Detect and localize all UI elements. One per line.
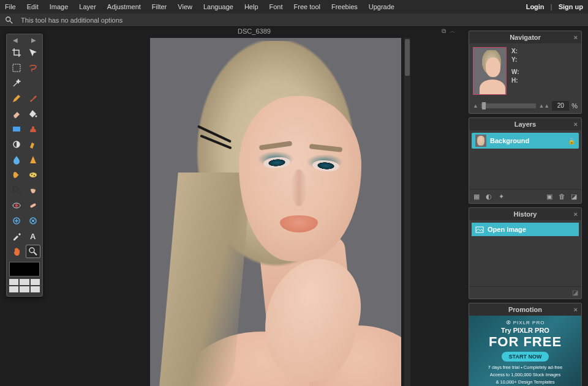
tool-smudge[interactable] [9, 168, 24, 182]
menu-image[interactable]: Image [50, 3, 69, 10]
promotion-body[interactable]: ⦿ PIXLR PRO Try PIXLR PRO FOR FREE START… [469, 316, 581, 386]
layer-opacity-icon[interactable]: ▦ [472, 192, 481, 201]
tool-eraser[interactable] [9, 107, 24, 121]
svg-point-7 [31, 174, 32, 175]
menu-adjustment[interactable]: Adjustment [107, 3, 141, 10]
tool-drawing[interactable] [26, 138, 40, 151]
workspace-switcher[interactable] [9, 279, 40, 292]
zoom-icon [5, 16, 13, 24]
divider: | [551, 3, 552, 10]
tool-empty1 [26, 76, 40, 90]
svg-point-3 [36, 116, 37, 117]
tool-dodge[interactable] [9, 184, 24, 197]
menu-freebies[interactable]: Freebies [331, 3, 358, 10]
layer-thumbnail [475, 135, 486, 147]
svg-line-10 [17, 191, 20, 194]
layer-mask-icon[interactable]: ◐ [484, 192, 494, 201]
tool-sponge[interactable] [26, 168, 40, 182]
menu-file[interactable]: File [5, 3, 16, 10]
promotion-title: Promotion [508, 306, 542, 313]
history-more-icon[interactable]: ◪ [572, 289, 578, 297]
tool-brush[interactable] [26, 92, 40, 105]
layer-more-icon[interactable]: ◪ [569, 192, 579, 201]
promotion-close-icon[interactable]: × [574, 306, 578, 313]
tool-color-replace[interactable] [9, 138, 24, 151]
tool-move[interactable] [26, 46, 40, 59]
history-close-icon[interactable]: × [574, 210, 578, 218]
window-restore-icon[interactable]: ⧉ [442, 27, 446, 35]
layers-title: Layers [514, 121, 536, 128]
layers-panel: Layers × Background 🔒 ▦ ◐ ✦ ▣ 🗑 ◪ [469, 117, 582, 204]
navigator-title: Navigator [510, 34, 541, 41]
svg-point-18 [29, 248, 34, 253]
menu-language[interactable]: Language [203, 3, 233, 10]
tool-lasso[interactable] [26, 61, 40, 75]
menu-free-tool[interactable]: Free tool [294, 3, 320, 10]
svg-rect-13 [30, 203, 37, 208]
promo-brand: ⦿ PIXLR PRO [506, 320, 545, 325]
menu-font[interactable]: Font [270, 3, 283, 10]
zoom-value[interactable]: 20 [552, 101, 569, 111]
promo-start-button[interactable]: START NOW [502, 352, 549, 362]
menu-view[interactable]: View [178, 3, 192, 10]
svg-rect-2 [13, 64, 20, 72]
svg-point-12 [15, 204, 18, 207]
options-text: This tool has no additional options [21, 17, 123, 24]
tool-hand[interactable] [9, 245, 24, 258]
layer-row[interactable]: Background 🔒 [472, 133, 579, 149]
canvas[interactable] [150, 38, 401, 386]
tool-colorpicker[interactable] [9, 229, 24, 243]
navigator-thumbnail[interactable] [473, 47, 507, 95]
menu-layer[interactable]: Layer [79, 3, 96, 10]
layer-style-icon[interactable]: ✦ [496, 192, 506, 201]
foreground-color-swatch[interactable] [9, 262, 40, 277]
tool-pinch[interactable] [26, 214, 40, 228]
lock-icon[interactable]: 🔒 [568, 138, 575, 144]
tool-wand[interactable] [9, 76, 24, 90]
promo-try: Try PIXLR PRO [501, 327, 549, 334]
tool-zoom[interactable] [26, 245, 40, 258]
vertical-scrollbar[interactable] [404, 38, 410, 386]
svg-point-8 [34, 175, 35, 176]
navigator-close-icon[interactable]: × [574, 34, 578, 41]
tool-gradient[interactable] [9, 122, 24, 136]
menu-filter[interactable]: Filter [152, 3, 167, 10]
window-collapse-icon[interactable]: ︿ [450, 27, 456, 35]
menu-help[interactable]: Help [244, 3, 258, 10]
menu-edit[interactable]: Edit [27, 3, 39, 10]
tool-blur[interactable] [9, 153, 24, 166]
tool-marquee[interactable] [9, 61, 24, 75]
tool-burn[interactable] [26, 184, 40, 197]
layers-close-icon[interactable]: × [574, 121, 578, 128]
svg-point-6 [29, 173, 37, 177]
promo-line3: & 10,000+ Design Templates [496, 379, 555, 385]
scrollbar-thumb[interactable] [405, 39, 410, 76]
tool-type[interactable]: A [26, 229, 40, 243]
history-panel: History × Open image ◪ [469, 207, 582, 299]
image-content [150, 38, 401, 386]
promo-line1: 7 days free trial • Completely ad-free [488, 365, 562, 371]
toolbox-next-icon[interactable]: ▶ [31, 37, 36, 43]
tool-sharpen[interactable] [26, 153, 40, 166]
zoom-out-icon[interactable]: ▲ [473, 103, 478, 109]
tool-spot-heal[interactable] [26, 199, 40, 212]
tool-bloat[interactable] [9, 214, 24, 228]
history-row[interactable]: Open image [472, 223, 579, 236]
tool-crop[interactable] [9, 46, 24, 59]
signup-link[interactable]: Sign up [559, 3, 583, 10]
svg-text:A: A [30, 232, 36, 241]
layer-new-icon[interactable]: ▣ [545, 192, 554, 201]
login-link[interactable]: Login [526, 3, 545, 10]
tool-paint-bucket[interactable] [26, 107, 40, 121]
layer-delete-icon[interactable]: 🗑 [557, 192, 567, 201]
tool-clone-stamp[interactable] [26, 122, 40, 136]
tool-pencil[interactable] [9, 92, 24, 105]
menu-left: File Edit Image Layer Adjustment Filter … [5, 3, 394, 10]
zoom-in-icon[interactable]: ▲▲ [538, 103, 549, 109]
toolbox-prev-icon[interactable]: ◀ [13, 37, 18, 43]
zoom-slider[interactable] [481, 103, 536, 108]
tool-red-eye[interactable] [9, 199, 24, 212]
menu-upgrade[interactable]: Upgrade [369, 3, 394, 10]
open-image-icon [475, 225, 484, 234]
svg-point-0 [6, 17, 10, 21]
